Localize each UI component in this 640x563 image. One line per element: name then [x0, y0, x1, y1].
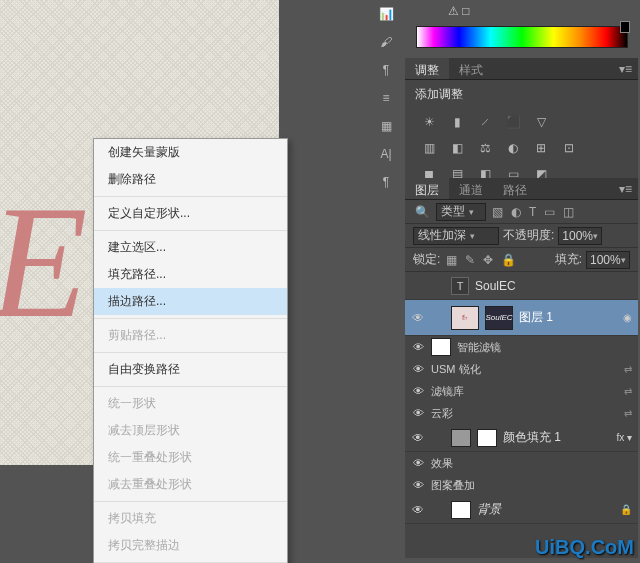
lock-all-icon[interactable]: 🔒: [499, 253, 518, 267]
visibility-toggle[interactable]: 👁: [411, 341, 425, 353]
opacity-value[interactable]: 100%: [558, 227, 602, 245]
vertical-toolbar: 📊 🖌 ¶ ≡ ▦ A| ¶: [372, 0, 400, 280]
layer-color-fill[interactable]: 👁 颜色填充 1 fx ▾: [405, 424, 638, 452]
fill-label: 填充:: [555, 251, 582, 268]
smart-filters-label: 智能滤镜: [457, 340, 501, 355]
glyph-icon[interactable]: ¶: [376, 172, 396, 192]
lock-pixels-icon[interactable]: ✎: [463, 253, 477, 267]
vibrance-icon[interactable]: ▽: [531, 113, 551, 131]
menu-separator: [94, 318, 287, 319]
layer-background[interactable]: 👁 背景 🔒: [405, 496, 638, 524]
menu-item[interactable]: 删除路径: [94, 166, 287, 193]
visibility-toggle[interactable]: 👁: [411, 311, 425, 325]
layer-text-soulec[interactable]: T SoulEC: [405, 272, 638, 300]
filter-search-icon[interactable]: 🔍: [413, 205, 432, 219]
filter-kind-dropdown[interactable]: 类型: [436, 203, 486, 221]
filter-smart-icon[interactable]: ◫: [561, 205, 576, 219]
lock-transparency-icon[interactable]: ▦: [444, 253, 459, 267]
mixer-icon[interactable]: ⊞: [531, 139, 551, 157]
layer-name[interactable]: SoulEC: [475, 279, 632, 293]
lock-position-icon[interactable]: ✥: [481, 253, 495, 267]
filter-blend-icon[interactable]: ⇄: [624, 408, 632, 419]
smart-object-icon[interactable]: ◉: [623, 312, 632, 323]
adjustments-title: 添加调整: [405, 80, 638, 109]
visibility-toggle[interactable]: 👁: [411, 457, 425, 469]
layer-name[interactable]: 颜色填充 1: [503, 429, 610, 446]
filter-shape-icon[interactable]: ▭: [542, 205, 557, 219]
adjustments-panel: 调整 样式 ▾≡ 添加调整 ☀ ▮ ⟋ ⬛ ▽ ▥ ◧ ⚖ ◐ ⊞ ⊡ ◼ ▤ …: [405, 58, 638, 178]
menu-item[interactable]: 创建矢量蒙版: [94, 139, 287, 166]
warning-icon[interactable]: ⚠ □: [448, 4, 470, 18]
brush-icon[interactable]: 🖌: [376, 32, 396, 52]
visibility-toggle[interactable]: 👁: [411, 385, 425, 397]
effect-pattern-overlay[interactable]: 👁 图案叠加: [405, 474, 638, 496]
bw-icon[interactable]: ◧: [447, 139, 467, 157]
curves-icon[interactable]: ⟋: [475, 113, 495, 131]
menu-item: 统一重叠处形状: [94, 444, 287, 471]
visibility-toggle[interactable]: 👁: [411, 503, 425, 517]
tab-adjustments[interactable]: 调整: [405, 58, 449, 79]
smart-filters-header[interactable]: 👁 智能滤镜: [405, 336, 638, 358]
visibility-toggle[interactable]: 👁: [411, 363, 425, 375]
filter-blend-icon[interactable]: ⇄: [624, 386, 632, 397]
adjustment-icons-row2: ▥ ◧ ⚖ ◐ ⊞ ⊡: [405, 135, 638, 161]
exposure-icon[interactable]: ⬛: [503, 113, 523, 131]
visibility-toggle[interactable]: 👁: [411, 431, 425, 445]
menu-item: 剪贴路径...: [94, 322, 287, 349]
filter-usm[interactable]: 👁 USM 锐化 ⇄: [405, 358, 638, 380]
context-menu: 创建矢量蒙版删除路径定义自定形状...建立选区...填充路径...描边路径...…: [93, 138, 288, 563]
menu-item: 减去顶层形状: [94, 417, 287, 444]
effect-name: 图案叠加: [431, 478, 475, 493]
fx-badge[interactable]: fx ▾: [616, 432, 632, 443]
tab-channels[interactable]: 通道: [449, 178, 493, 199]
tab-layers[interactable]: 图层: [405, 178, 449, 199]
menu-item[interactable]: 定义自定形状...: [94, 200, 287, 227]
filter-type-icon[interactable]: T: [527, 205, 538, 219]
layer-group-1[interactable]: 👁 f♭ SoulEC 图层 1 ◉: [405, 300, 638, 336]
fill-value[interactable]: 100%: [586, 251, 630, 269]
hue-icon[interactable]: ▥: [419, 139, 439, 157]
lookup-icon[interactable]: ⊡: [559, 139, 579, 157]
effects-label: 效果: [431, 456, 453, 471]
layer-name[interactable]: 背景: [477, 501, 614, 518]
menu-item[interactable]: 填充路径...: [94, 261, 287, 288]
type-a-icon[interactable]: A|: [376, 144, 396, 164]
color-spectrum[interactable]: [416, 26, 628, 48]
filter-gallery[interactable]: 👁 滤镜库 ⇄: [405, 380, 638, 402]
visibility-toggle[interactable]: 👁: [411, 407, 425, 419]
char-icon[interactable]: ≡: [376, 88, 396, 108]
layer-tree: T SoulEC 👁 f♭ SoulEC 图层 1 ◉ 👁 智能滤镜 👁 USM…: [405, 272, 638, 524]
filter-blend-icon[interactable]: ⇄: [624, 364, 632, 375]
brightness-icon[interactable]: ☀: [419, 113, 439, 131]
layer-thumb: f♭: [451, 306, 479, 330]
tab-styles[interactable]: 样式: [449, 58, 493, 79]
filter-clouds[interactable]: 👁 云彩 ⇄: [405, 402, 638, 424]
effects-header[interactable]: 👁 效果: [405, 452, 638, 474]
layers-menu-icon[interactable]: ▾≡: [613, 178, 638, 199]
tab-paths[interactable]: 路径: [493, 178, 537, 199]
menu-item: 拷贝完整描边: [94, 532, 287, 559]
menu-item[interactable]: 建立选区...: [94, 234, 287, 261]
menu-item: 减去重叠处形状: [94, 471, 287, 498]
visibility-toggle[interactable]: 👁: [411, 479, 425, 491]
menu-item[interactable]: 描边路径...: [94, 288, 287, 315]
filter-adjust-icon[interactable]: ◐: [509, 205, 523, 219]
blend-mode-dropdown[interactable]: 线性加深: [413, 227, 499, 245]
menu-separator: [94, 386, 287, 387]
levels-icon[interactable]: ▮: [447, 113, 467, 131]
menu-item: 统一形状: [94, 390, 287, 417]
smart-thumb: SoulEC: [485, 306, 513, 330]
lock-fill-row: 锁定: ▦ ✎ ✥ 🔒 填充: 100%: [405, 248, 638, 272]
paragraph-icon[interactable]: ¶: [376, 60, 396, 80]
filter-pixel-icon[interactable]: ▧: [490, 205, 505, 219]
measure-icon[interactable]: ▦: [376, 116, 396, 136]
panel-menu-icon[interactable]: ▾≡: [613, 58, 638, 79]
adjustment-icons-row1: ☀ ▮ ⟋ ⬛ ▽: [405, 109, 638, 135]
menu-separator: [94, 352, 287, 353]
lock-icon: 🔒: [620, 504, 632, 515]
balance-icon[interactable]: ⚖: [475, 139, 495, 157]
menu-item[interactable]: 自由变换路径: [94, 356, 287, 383]
histogram-icon[interactable]: 📊: [376, 4, 396, 24]
photo-filter-icon[interactable]: ◐: [503, 139, 523, 157]
layer-name[interactable]: 图层 1: [519, 309, 617, 326]
